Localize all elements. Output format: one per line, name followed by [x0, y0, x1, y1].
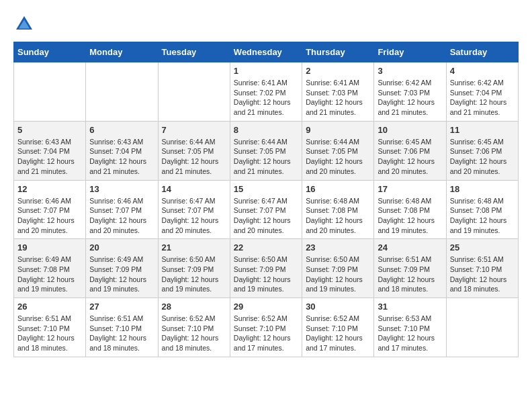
calendar-cell: 6Sunrise: 6:43 AM Sunset: 7:04 PM Daylig… [86, 121, 158, 180]
calendar-cell: 13Sunrise: 6:46 AM Sunset: 7:07 PM Dayli… [86, 180, 158, 239]
day-number: 22 [234, 242, 298, 253]
calendar-cell: 15Sunrise: 6:47 AM Sunset: 7:07 PM Dayli… [230, 180, 302, 239]
day-info: Sunrise: 6:51 AM Sunset: 7:10 PM Dayligh… [89, 314, 154, 353]
day-info: Sunrise: 6:46 AM Sunset: 7:07 PM Dayligh… [17, 196, 82, 236]
calendar-cell: 17Sunrise: 6:48 AM Sunset: 7:08 PM Dayli… [374, 180, 446, 239]
calendar-cell: 7Sunrise: 6:44 AM Sunset: 7:05 PM Daylig… [158, 121, 230, 180]
day-number: 6 [89, 125, 154, 135]
calendar-day-header: Saturday [446, 42, 518, 62]
calendar-week-row: 26Sunrise: 6:51 AM Sunset: 7:10 PM Dayli… [14, 298, 519, 357]
calendar-header-row: SundayMondayTuesdayWednesdayThursdayFrid… [14, 42, 519, 62]
day-number: 14 [162, 184, 226, 194]
calendar-cell: 11Sunrise: 6:45 AM Sunset: 7:06 PM Dayli… [446, 121, 518, 180]
day-info: Sunrise: 6:45 AM Sunset: 7:06 PM Dayligh… [450, 137, 515, 177]
calendar-cell: 20Sunrise: 6:49 AM Sunset: 7:09 PM Dayli… [86, 239, 158, 298]
day-number: 2 [306, 66, 370, 76]
logo-icon [13, 13, 35, 35]
day-number: 28 [162, 302, 226, 312]
day-number: 3 [378, 66, 442, 76]
logo [13, 13, 38, 35]
day-info: Sunrise: 6:44 AM Sunset: 7:05 PM Dayligh… [234, 137, 298, 177]
day-info: Sunrise: 6:48 AM Sunset: 7:08 PM Dayligh… [378, 196, 442, 236]
calendar-day-header: Wednesday [230, 42, 302, 62]
calendar-week-row: 19Sunrise: 6:49 AM Sunset: 7:08 PM Dayli… [14, 239, 519, 298]
day-number: 20 [89, 242, 154, 253]
day-info: Sunrise: 6:42 AM Sunset: 7:03 PM Dayligh… [378, 78, 442, 118]
day-number: 29 [234, 302, 298, 312]
day-number: 25 [450, 242, 515, 253]
day-info: Sunrise: 6:43 AM Sunset: 7:04 PM Dayligh… [17, 137, 82, 177]
day-info: Sunrise: 6:46 AM Sunset: 7:07 PM Dayligh… [89, 196, 154, 236]
calendar-cell: 12Sunrise: 6:46 AM Sunset: 7:07 PM Dayli… [14, 180, 86, 239]
calendar-cell: 29Sunrise: 6:52 AM Sunset: 7:10 PM Dayli… [230, 298, 302, 357]
calendar-cell: 5Sunrise: 6:43 AM Sunset: 7:04 PM Daylig… [14, 121, 86, 180]
day-info: Sunrise: 6:50 AM Sunset: 7:09 PM Dayligh… [162, 255, 226, 294]
day-number: 10 [378, 125, 442, 135]
calendar-cell [158, 62, 230, 122]
calendar-cell: 8Sunrise: 6:44 AM Sunset: 7:05 PM Daylig… [230, 121, 302, 180]
day-info: Sunrise: 6:45 AM Sunset: 7:06 PM Dayligh… [378, 137, 442, 177]
day-number: 26 [17, 302, 82, 312]
day-number: 16 [306, 184, 370, 194]
calendar-cell: 19Sunrise: 6:49 AM Sunset: 7:08 PM Dayli… [14, 239, 86, 298]
day-info: Sunrise: 6:51 AM Sunset: 7:09 PM Dayligh… [378, 255, 442, 294]
day-info: Sunrise: 6:50 AM Sunset: 7:09 PM Dayligh… [306, 255, 370, 294]
calendar-day-header: Tuesday [158, 42, 230, 62]
day-number: 15 [234, 184, 298, 194]
day-info: Sunrise: 6:47 AM Sunset: 7:07 PM Dayligh… [162, 196, 226, 236]
calendar-cell: 22Sunrise: 6:50 AM Sunset: 7:09 PM Dayli… [230, 239, 302, 298]
day-number: 18 [450, 184, 515, 194]
calendar-day-header: Thursday [302, 42, 374, 62]
day-info: Sunrise: 6:48 AM Sunset: 7:08 PM Dayligh… [450, 196, 515, 236]
day-number: 12 [17, 184, 82, 194]
calendar-cell: 25Sunrise: 6:51 AM Sunset: 7:10 PM Dayli… [446, 239, 518, 298]
calendar-cell [14, 62, 86, 122]
calendar-cell: 24Sunrise: 6:51 AM Sunset: 7:09 PM Dayli… [374, 239, 446, 298]
calendar-cell: 14Sunrise: 6:47 AM Sunset: 7:07 PM Dayli… [158, 180, 230, 239]
calendar-cell: 18Sunrise: 6:48 AM Sunset: 7:08 PM Dayli… [446, 180, 518, 239]
calendar-week-row: 5Sunrise: 6:43 AM Sunset: 7:04 PM Daylig… [14, 121, 519, 180]
calendar-cell: 26Sunrise: 6:51 AM Sunset: 7:10 PM Dayli… [14, 298, 86, 357]
calendar-cell: 31Sunrise: 6:53 AM Sunset: 7:10 PM Dayli… [374, 298, 446, 357]
calendar-day-header: Monday [86, 42, 158, 62]
day-number: 21 [162, 242, 226, 253]
calendar-week-row: 1Sunrise: 6:41 AM Sunset: 7:02 PM Daylig… [14, 62, 519, 122]
day-number: 31 [378, 302, 442, 312]
day-number: 1 [234, 66, 298, 76]
day-info: Sunrise: 6:52 AM Sunset: 7:10 PM Dayligh… [234, 314, 298, 353]
day-info: Sunrise: 6:44 AM Sunset: 7:05 PM Dayligh… [162, 137, 226, 177]
calendar-cell [86, 62, 158, 122]
day-info: Sunrise: 6:49 AM Sunset: 7:09 PM Dayligh… [89, 255, 154, 294]
day-number: 30 [306, 302, 370, 312]
day-info: Sunrise: 6:52 AM Sunset: 7:10 PM Dayligh… [306, 314, 370, 353]
day-info: Sunrise: 6:52 AM Sunset: 7:10 PM Dayligh… [162, 314, 226, 353]
day-info: Sunrise: 6:41 AM Sunset: 7:02 PM Dayligh… [234, 78, 298, 118]
calendar-cell: 3Sunrise: 6:42 AM Sunset: 7:03 PM Daylig… [374, 62, 446, 122]
calendar-cell: 16Sunrise: 6:48 AM Sunset: 7:08 PM Dayli… [302, 180, 374, 239]
day-info: Sunrise: 6:53 AM Sunset: 7:10 PM Dayligh… [378, 314, 442, 353]
calendar-cell [446, 298, 518, 357]
day-number: 8 [234, 125, 298, 135]
calendar-cell: 2Sunrise: 6:41 AM Sunset: 7:03 PM Daylig… [302, 62, 374, 122]
calendar-cell: 1Sunrise: 6:41 AM Sunset: 7:02 PM Daylig… [230, 62, 302, 122]
day-info: Sunrise: 6:50 AM Sunset: 7:09 PM Dayligh… [234, 255, 298, 294]
day-number: 19 [17, 242, 82, 253]
day-info: Sunrise: 6:48 AM Sunset: 7:08 PM Dayligh… [306, 196, 370, 236]
calendar-cell: 30Sunrise: 6:52 AM Sunset: 7:10 PM Dayli… [302, 298, 374, 357]
day-number: 27 [89, 302, 154, 312]
day-info: Sunrise: 6:42 AM Sunset: 7:04 PM Dayligh… [450, 78, 515, 118]
day-info: Sunrise: 6:41 AM Sunset: 7:03 PM Dayligh… [306, 78, 370, 118]
day-info: Sunrise: 6:51 AM Sunset: 7:10 PM Dayligh… [450, 255, 515, 294]
day-info: Sunrise: 6:44 AM Sunset: 7:05 PM Dayligh… [306, 137, 370, 177]
calendar-cell: 27Sunrise: 6:51 AM Sunset: 7:10 PM Dayli… [86, 298, 158, 357]
calendar-cell: 4Sunrise: 6:42 AM Sunset: 7:04 PM Daylig… [446, 62, 518, 122]
day-info: Sunrise: 6:43 AM Sunset: 7:04 PM Dayligh… [89, 137, 154, 177]
day-info: Sunrise: 6:47 AM Sunset: 7:07 PM Dayligh… [234, 196, 298, 236]
calendar-cell: 28Sunrise: 6:52 AM Sunset: 7:10 PM Dayli… [158, 298, 230, 357]
day-number: 13 [89, 184, 154, 194]
day-info: Sunrise: 6:51 AM Sunset: 7:10 PM Dayligh… [17, 314, 82, 353]
day-number: 24 [378, 242, 442, 253]
day-number: 7 [162, 125, 226, 135]
calendar-cell: 9Sunrise: 6:44 AM Sunset: 7:05 PM Daylig… [302, 121, 374, 180]
calendar-cell: 23Sunrise: 6:50 AM Sunset: 7:09 PM Dayli… [302, 239, 374, 298]
